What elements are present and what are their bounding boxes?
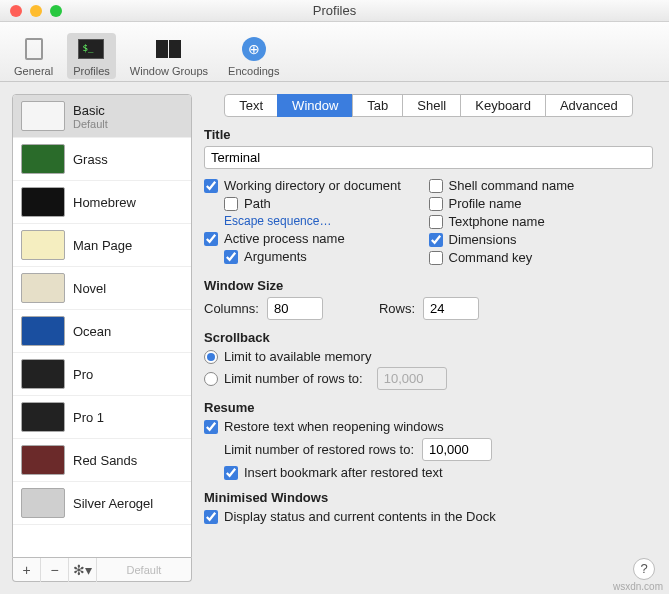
profile-name: Ocean <box>73 324 111 339</box>
profile-item-man-page[interactable]: Man Page <box>13 224 191 267</box>
general-icon <box>25 38 43 60</box>
profile-subtitle: Default <box>73 118 108 130</box>
close-icon[interactable] <box>10 5 22 17</box>
profile-thumb-icon <box>21 230 65 260</box>
chk-arguments[interactable] <box>224 250 238 264</box>
profile-thumb-icon <box>21 101 65 131</box>
tab-keyboard[interactable]: Keyboard <box>460 94 546 117</box>
profile-name: Basic <box>73 103 105 118</box>
chk-profile-name[interactable] <box>429 197 443 211</box>
profile-thumb-icon <box>21 402 65 432</box>
profile-item-pro[interactable]: Pro <box>13 353 191 396</box>
profile-name: Pro <box>73 367 93 382</box>
profile-thumb-icon <box>21 359 65 389</box>
tab-text[interactable]: Text <box>224 94 278 117</box>
profile-item-pro-1[interactable]: Pro 1 <box>13 396 191 439</box>
profile-item-red-sands[interactable]: Red Sands <box>13 439 191 482</box>
profile-name: Grass <box>73 152 108 167</box>
settings-tabs: TextWindowTabShellKeyboardAdvanced <box>204 94 653 117</box>
profile-item-ocean[interactable]: Ocean <box>13 310 191 353</box>
profile-name: Pro 1 <box>73 410 104 425</box>
chk-textphone[interactable] <box>429 215 443 229</box>
profile-name: Man Page <box>73 238 132 253</box>
help-button[interactable]: ? <box>633 558 655 580</box>
profile-sidebar: BasicDefault Grass Homebrew Man Page Nov… <box>12 94 192 582</box>
title-header: Title <box>204 127 653 142</box>
chk-insert-bookmark[interactable] <box>224 466 238 480</box>
window-title: Profiles <box>313 3 356 18</box>
tab-window[interactable]: Window <box>277 94 353 117</box>
chk-dimensions[interactable] <box>429 233 443 247</box>
toolbar-profiles[interactable]: Profiles <box>67 33 116 79</box>
set-default-button[interactable]: Default <box>97 564 191 576</box>
profile-item-silver-aerogel[interactable]: Silver Aerogel <box>13 482 191 525</box>
add-profile-button[interactable]: + <box>13 558 41 582</box>
columns-input[interactable] <box>267 297 323 320</box>
profile-item-homebrew[interactable]: Homebrew <box>13 181 191 224</box>
profile-item-novel[interactable]: Novel <box>13 267 191 310</box>
profile-thumb-icon <box>21 316 65 346</box>
rows-input[interactable] <box>423 297 479 320</box>
escape-sequence-link[interactable]: Escape sequence… <box>224 214 331 228</box>
profile-thumb-icon <box>21 187 65 217</box>
chk-active-process[interactable] <box>204 232 218 246</box>
profile-name: Red Sands <box>73 453 137 468</box>
profile-list[interactable]: BasicDefault Grass Homebrew Man Page Nov… <box>12 94 192 558</box>
tab-tab[interactable]: Tab <box>352 94 403 117</box>
profile-item-basic[interactable]: BasicDefault <box>13 95 191 138</box>
tab-shell[interactable]: Shell <box>402 94 461 117</box>
scrollback-header: Scrollback <box>204 330 653 345</box>
chk-path[interactable] <box>224 197 238 211</box>
chk-working-dir[interactable] <box>204 179 218 193</box>
window-size-header: Window Size <box>204 278 653 293</box>
toolbar-encodings[interactable]: ⊕ Encodings <box>222 33 285 79</box>
radio-limit-memory[interactable] <box>204 350 218 364</box>
watermark: wsxdn.com <box>613 581 663 592</box>
settings-panel: TextWindowTabShellKeyboardAdvanced Title… <box>204 94 657 582</box>
remove-profile-button[interactable]: − <box>41 558 69 582</box>
window-groups-icon <box>156 40 181 58</box>
chk-restore-text[interactable] <box>204 420 218 434</box>
titlebar: Profiles <box>0 0 669 22</box>
profile-thumb-icon <box>21 445 65 475</box>
resume-header: Resume <box>204 400 653 415</box>
globe-icon: ⊕ <box>242 37 266 61</box>
scrollback-rows-input <box>377 367 447 390</box>
profile-thumb-icon <box>21 273 65 303</box>
profile-name: Homebrew <box>73 195 136 210</box>
profile-actions-button[interactable]: ✻▾ <box>69 558 97 582</box>
profile-thumb-icon <box>21 144 65 174</box>
radio-limit-rows[interactable] <box>204 372 218 386</box>
title-input[interactable] <box>204 146 653 169</box>
minimised-header: Minimised Windows <box>204 490 653 505</box>
minimize-icon[interactable] <box>30 5 42 17</box>
profiles-icon <box>78 39 104 59</box>
chk-display-dock[interactable] <box>204 510 218 524</box>
toolbar: General Profiles Window Groups ⊕ Encodin… <box>0 22 669 82</box>
profile-item-grass[interactable]: Grass <box>13 138 191 181</box>
tab-advanced[interactable]: Advanced <box>545 94 633 117</box>
chk-command-key[interactable] <box>429 251 443 265</box>
profile-name: Silver Aerogel <box>73 496 153 511</box>
zoom-icon[interactable] <box>50 5 62 17</box>
profile-name: Novel <box>73 281 106 296</box>
profile-thumb-icon <box>21 488 65 518</box>
toolbar-window-groups[interactable]: Window Groups <box>124 33 214 79</box>
toolbar-general[interactable]: General <box>8 33 59 79</box>
chk-shell-cmd[interactable] <box>429 179 443 193</box>
restored-rows-input[interactable] <box>422 438 492 461</box>
